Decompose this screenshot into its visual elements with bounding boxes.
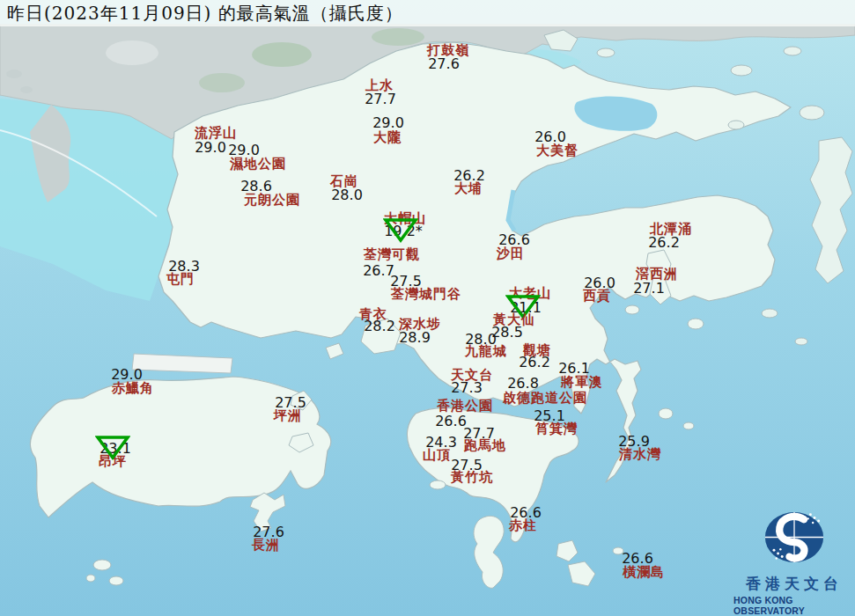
station-label: 石崗 [330,175,358,188]
ap-lei-chau-island [430,480,446,489]
station-temp: 29.0 [195,141,226,155]
station-temp: 19.2* [384,224,423,238]
station-temp: 27.3 [451,381,483,395]
title-bar: 昨日(2023年11月09日) 的最高氣溫（攝氏度） [0,0,855,26]
station-label: 黃竹坑 [451,471,493,484]
station-label: 大美督 [536,144,579,158]
station-label: 天文台 [451,369,493,382]
station-label: 香港公園 [437,400,493,413]
station-label: 九龍城 [465,345,507,358]
station-label: 赤柱 [509,519,537,532]
station-label: 橫瀾島 [623,566,665,579]
station-label: 荃灣城門谷 [391,288,461,301]
station-label: 荃灣可觀 [364,248,420,261]
station-label: 觀塘 [523,344,551,357]
hong-kong-map [0,0,855,616]
station-label: 赤鱲角 [112,382,154,395]
station-label: 黃大仙 [493,313,535,326]
station-label: 長洲 [252,539,280,552]
station-label: 大埔 [454,182,483,195]
station-temp: 28.9 [399,331,431,345]
station-label: 大帽山 [384,212,426,225]
station-label: 元朗公園 [244,194,300,207]
weather-map-screen: 昨日(2023年11月09日) 的最高氣溫（攝氏度） 27.6打鼓嶺27.7上水… [0,0,855,616]
station-label: 西貢 [583,290,611,303]
station-temp: 27.1 [633,282,665,296]
station-temp: 28.0 [331,188,363,202]
station-label: 跑馬地 [464,439,506,452]
station-temp: 27.6 [428,57,460,71]
station-label: 大隴 [373,131,402,144]
station-label: 上水 [365,79,394,92]
hko-emblem-icon [750,502,838,573]
station-label: 深水埗 [399,318,441,331]
station-label: 清水灣 [619,448,661,461]
station-label: 昂坪 [99,455,127,468]
station-label: 大老山 [509,287,551,300]
station-label: 滘西洲 [636,268,678,281]
page-title: 昨日(2023年11月09日) 的最高氣溫（攝氏度） [0,2,403,26]
station-label: 沙田 [497,247,525,260]
station-label: 屯門 [166,273,195,286]
station-label: 啟德跑道公園 [503,392,587,405]
hko-logo-chinese: 香港天文台 [746,574,843,594]
station-label: 濕地公園 [230,158,286,171]
station-label: 山頂 [423,449,451,462]
station-label: 北潭涌 [650,223,692,236]
station-label: 將軍澳 [561,376,603,389]
station-label: 打鼓嶺 [427,44,469,57]
station-label: 坪洲 [274,409,302,422]
station-temp: 26.6 [435,414,467,429]
station-label: 青衣 [359,308,387,321]
station-temp: 27.7 [365,92,396,106]
station-label: 筲箕灣 [535,422,578,436]
station-temp: 26.2 [648,236,680,250]
station-label: 流浮山 [195,127,237,140]
hko-logo-english: HONG KONG OBSERVATORY [733,595,855,616]
hko-logo: 香港天文台 HONG KONG OBSERVATORY [733,500,855,616]
